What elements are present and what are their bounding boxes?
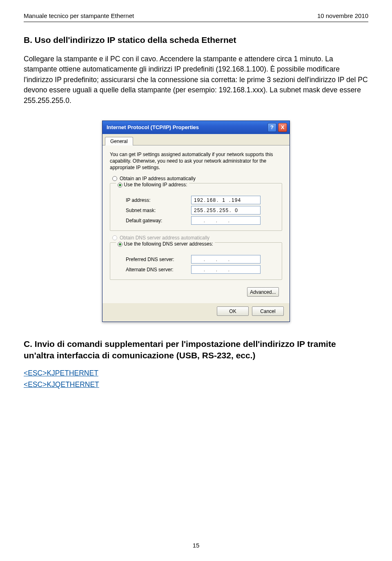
radio-use-ip[interactable]: Use the following IP address: (116, 182, 189, 188)
label-alternate-dns: Alternate DNS server: (126, 267, 187, 273)
ok-button[interactable]: OK (217, 306, 249, 316)
alternate-dns-input[interactable]: . . . (191, 265, 261, 274)
label-default-gateway: Default gateway: (126, 218, 187, 224)
default-gateway-input[interactable]: . . . (191, 216, 261, 225)
ip-fieldset: Use the following IP address: IP address… (110, 183, 282, 231)
esc-command-1: <ESC>KJPETHERNET (24, 367, 368, 379)
advanced-button[interactable]: Advanced... (247, 287, 279, 297)
help-button[interactable]: ? (267, 123, 276, 132)
radio-label: Obtain DNS server address automatically (120, 235, 209, 241)
dialog-title: Internet Protocol (TCP/IP) Properties (107, 124, 199, 130)
esc-command-2: <ESC>KJQETHERNET (24, 379, 368, 390)
label-subnet-mask: Subnet mask: (126, 208, 187, 213)
dialog-titlebar: Internet Protocol (TCP/IP) Properties ? … (102, 121, 290, 134)
radio-icon (112, 235, 117, 240)
section-b-body: Collegare la stampante e il PC con il ca… (24, 54, 368, 106)
close-button[interactable]: X (278, 123, 287, 132)
section-c-heading: C. Invio di comandi supplementari per l'… (24, 338, 368, 361)
tab-strip: General (102, 134, 290, 145)
preferred-dns-input[interactable]: . . . (191, 255, 261, 264)
section-b-heading: B. Uso dell'indirizzo IP statico della s… (24, 35, 368, 45)
radio-label: Use the following IP address: (124, 182, 187, 188)
radio-label: Obtain an IP address automatically (120, 176, 196, 181)
header-rule (24, 22, 368, 22)
dialog-screenshot: Internet Protocol (TCP/IP) Properties ? … (24, 121, 368, 322)
radio-use-dns[interactable]: Use the following DNS server addresses: (116, 241, 215, 247)
dns-fieldset: Use the following DNS server addresses: … (110, 242, 282, 280)
doc-title: Manuale tecnico per stampante Ethernet (24, 12, 134, 19)
tcpip-properties-dialog: Internet Protocol (TCP/IP) Properties ? … (102, 121, 290, 322)
label-preferred-dns: Preferred DNS server: (126, 257, 187, 262)
tab-general[interactable]: General (105, 137, 133, 145)
dialog-intro: You can get IP settings assigned automat… (110, 151, 282, 171)
radio-label: Use the following DNS server addresses: (124, 241, 213, 247)
radio-obtain-dns-auto: Obtain DNS server address automatically (112, 235, 282, 241)
radio-obtain-ip-auto[interactable]: Obtain an IP address automatically (112, 176, 282, 181)
dialog-button-row: OK Cancel (102, 303, 290, 322)
cancel-button[interactable]: Cancel (252, 306, 284, 316)
subnet-mask-input[interactable]: 255. 255. 255. 0 (191, 206, 261, 215)
radio-icon (112, 176, 117, 181)
doc-date: 10 novembre 2010 (317, 12, 368, 19)
label-ip-address: IP address: (126, 197, 187, 203)
radio-icon (118, 242, 122, 247)
ip-address-input[interactable]: 192. 168. 1. 194 (191, 196, 261, 204)
page-number: 15 (0, 542, 392, 549)
radio-icon (118, 183, 122, 188)
